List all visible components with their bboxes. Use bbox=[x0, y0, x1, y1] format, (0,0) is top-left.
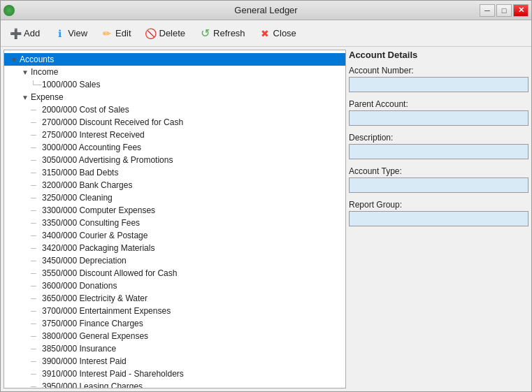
tree-item-2700[interactable]: ─ 2700/000 Discount Received for Cash bbox=[4, 116, 345, 129]
account-number-input[interactable] bbox=[349, 77, 529, 92]
account-number-label: Account Number: bbox=[349, 66, 529, 75]
report-group-label: Report Group: bbox=[349, 200, 529, 210]
tree-item-3910[interactable]: ─ 3910/000 Interest Paid - Shareholders bbox=[4, 368, 345, 380]
minimize-button[interactable]: ─ bbox=[480, 4, 495, 17]
field-group-account-type: Account Type: bbox=[349, 166, 529, 193]
tree-item-3900[interactable]: ─ 3900/000 Interest Paid bbox=[4, 355, 345, 368]
close-label: Close bbox=[273, 28, 296, 38]
add-icon: ➕ bbox=[10, 28, 21, 39]
refresh-icon: ↺ bbox=[199, 28, 210, 39]
window-title: General Ledger bbox=[234, 5, 297, 15]
view-icon: ℹ bbox=[54, 28, 65, 39]
expander-expense[interactable]: ▼ bbox=[20, 92, 31, 103]
parent-account-input[interactable] bbox=[349, 110, 529, 126]
field-group-description: Description: bbox=[349, 133, 529, 159]
title-bar-left bbox=[3, 5, 15, 16]
field-group-account-number: Account Number: bbox=[349, 66, 529, 92]
add-label: Add bbox=[24, 28, 40, 38]
tree-item-accounts[interactable]: ▼ Accounts bbox=[4, 53, 345, 66]
refresh-label: Refresh bbox=[213, 28, 245, 38]
field-group-report-group: Report Group: bbox=[349, 200, 529, 226]
tree-item-3550[interactable]: ─ 3550/000 Discount Allowed for Cash bbox=[4, 267, 345, 280]
tree-item-3300[interactable]: ─ 3300/000 Computer Expenses bbox=[4, 204, 345, 217]
edit-button[interactable]: ✏ Edit bbox=[95, 24, 137, 43]
tree-item-3650[interactable]: ─ 3650/000 Electricity & Water bbox=[4, 292, 345, 305]
field-group-parent-account: Parent Account: bbox=[349, 99, 529, 126]
view-button[interactable]: ℹ View bbox=[48, 24, 94, 43]
close-icon: ✖ bbox=[259, 28, 271, 39]
view-label: View bbox=[68, 28, 87, 38]
tree-item-3420[interactable]: ─ 3420/000 Packaging Materials bbox=[4, 242, 345, 254]
tree-item-income[interactable]: ▼ Income bbox=[4, 66, 345, 78]
tree-item-3700[interactable]: ─ 3700/000 Entertainment Expenses bbox=[4, 305, 345, 317]
account-type-input[interactable] bbox=[349, 177, 529, 193]
tree-item-3950[interactable]: ─ 3950/000 Leasing Charges bbox=[4, 380, 345, 388]
parent-account-label: Parent Account: bbox=[349, 99, 529, 109]
tree-item-3250[interactable]: ─ 3250/000 Cleaning bbox=[4, 191, 345, 204]
tree-item-3350[interactable]: ─ 3350/000 Consulting Fees bbox=[4, 217, 345, 229]
edit-label: Edit bbox=[115, 28, 131, 38]
app-icon bbox=[3, 5, 15, 16]
tree-item-3600[interactable]: ─ 3600/000 Donations bbox=[4, 280, 345, 292]
tree-item-2000[interactable]: ─ 2000/000 Cost of Sales bbox=[4, 103, 345, 116]
expander-income[interactable]: ▼ bbox=[20, 66, 31, 78]
tree-item-3750[interactable]: ─ 3750/000 Finance Charges bbox=[4, 317, 345, 330]
description-label: Description: bbox=[349, 133, 529, 143]
tree-item-3050[interactable]: ─ 3050/000 Advertising & Promotions bbox=[4, 154, 345, 166]
tree-item-3150[interactable]: ─ 3150/000 Bad Debts bbox=[4, 166, 345, 179]
tree-panel: ▼ Accounts ▼ Income └─ 1000/000 Sales bbox=[3, 50, 346, 389]
details-title: Account Details bbox=[349, 50, 529, 60]
tree-item-2750[interactable]: ─ 2750/000 Interest Received bbox=[4, 129, 345, 141]
tree-scroll[interactable]: ▼ Accounts ▼ Income └─ 1000/000 Sales bbox=[4, 50, 345, 388]
tree-item-expense[interactable]: ▼ Expense bbox=[4, 91, 345, 103]
tree-item-1000[interactable]: └─ 1000/000 Sales bbox=[4, 78, 345, 91]
tree-line-1000: └─ bbox=[31, 80, 42, 89]
delete-label: Delete bbox=[159, 28, 186, 38]
expander-accounts[interactable]: ▼ bbox=[8, 54, 20, 65]
edit-icon: ✏ bbox=[101, 28, 113, 39]
main-content: ▼ Accounts ▼ Income └─ 1000/000 Sales bbox=[1, 47, 531, 391]
main-window: General Ledger ─ □ ✕ ➕ Add ℹ View ✏ Edit… bbox=[0, 0, 532, 392]
window-close-button[interactable]: ✕ bbox=[513, 4, 529, 17]
restore-button[interactable]: □ bbox=[496, 4, 512, 17]
tree-item-3000[interactable]: ─ 3000/000 Accounting Fees bbox=[4, 141, 345, 154]
account-type-label: Account Type: bbox=[349, 166, 529, 176]
delete-icon: 🚫 bbox=[145, 28, 157, 39]
close-button[interactable]: ✖ Close bbox=[253, 24, 303, 43]
tree-item-3800[interactable]: ─ 3800/000 General Expenses bbox=[4, 330, 345, 342]
tree-item-3850[interactable]: ─ 3850/000 Insurance bbox=[4, 342, 345, 355]
description-input[interactable] bbox=[349, 144, 529, 159]
delete-button[interactable]: 🚫 Delete bbox=[139, 24, 192, 43]
report-group-input[interactable] bbox=[349, 211, 529, 226]
tree-item-3200[interactable]: ─ 3200/000 Bank Charges bbox=[4, 179, 345, 191]
title-buttons: ─ □ ✕ bbox=[480, 4, 529, 17]
toolbar: ➕ Add ℹ View ✏ Edit 🚫 Delete ↺ Refresh ✖… bbox=[1, 20, 531, 47]
tree-item-3450[interactable]: ─ 3450/000 Depreciation bbox=[4, 254, 345, 267]
refresh-button[interactable]: ↺ Refresh bbox=[193, 24, 252, 43]
details-panel: Account Details Account Number: Parent A… bbox=[349, 50, 529, 389]
tree-item-3400[interactable]: ─ 3400/000 Courier & Postage bbox=[4, 229, 345, 242]
title-bar: General Ledger ─ □ ✕ bbox=[1, 1, 531, 20]
add-button[interactable]: ➕ Add bbox=[3, 24, 46, 43]
